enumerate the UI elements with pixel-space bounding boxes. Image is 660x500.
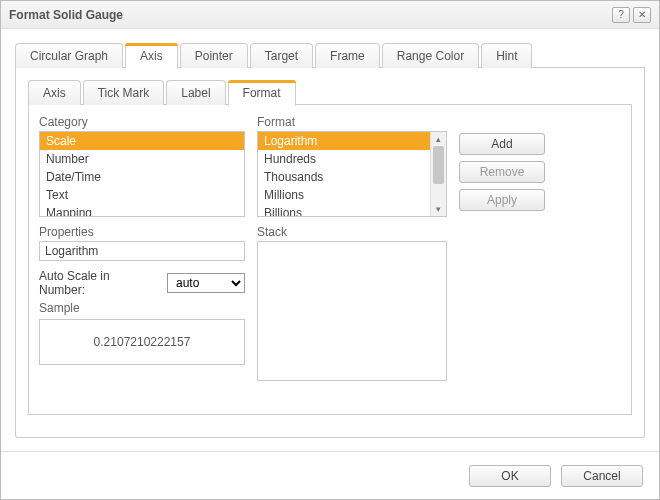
tab-label: Axis [140, 49, 163, 63]
help-icon[interactable]: ? [612, 7, 630, 23]
list-item[interactable]: Millions [258, 186, 430, 204]
tab-label: Frame [330, 49, 365, 63]
list-item[interactable]: Billions [258, 204, 430, 216]
properties-label: Properties [39, 225, 245, 239]
tab-target[interactable]: Target [250, 43, 313, 68]
stack-label: Stack [257, 225, 447, 239]
tab-label: Circular Graph [30, 49, 108, 63]
scroll-thumb[interactable] [433, 146, 444, 184]
auto-scale-select[interactable]: auto [167, 273, 245, 293]
tab-frame[interactable]: Frame [315, 43, 380, 68]
tab-pointer[interactable]: Pointer [180, 43, 248, 68]
dialog-body: Circular Graph Axis Pointer Target Frame… [1, 29, 659, 451]
tab-label: Axis [43, 86, 66, 100]
list-item[interactable]: Thousands [258, 168, 430, 186]
tab-axis[interactable]: Axis [125, 43, 178, 69]
properties-input[interactable] [39, 241, 245, 261]
tab-hint[interactable]: Hint [481, 43, 532, 68]
sample-label: Sample [39, 301, 245, 315]
list-item[interactable]: Number [40, 150, 244, 168]
list-item[interactable]: Hundreds [258, 150, 430, 168]
stack-listbox[interactable] [257, 241, 447, 381]
scroll-up-icon[interactable]: ▴ [431, 132, 446, 146]
tab-label: Hint [496, 49, 517, 63]
format-listbox[interactable]: Logarithm Hundreds Thousands Millions Bi… [257, 131, 447, 217]
list-item[interactable]: Scale [40, 132, 244, 150]
scroll-down-icon[interactable]: ▾ [431, 202, 446, 216]
category-label: Category [39, 115, 245, 129]
tab-label: Target [265, 49, 298, 63]
auto-scale-label: Auto Scale in Number: [39, 269, 159, 297]
tab-circular-graph[interactable]: Circular Graph [15, 43, 123, 68]
sub-tabs: Axis Tick Mark Label Format [28, 80, 632, 105]
subtab-format[interactable]: Format [228, 80, 296, 106]
list-item[interactable]: Text [40, 186, 244, 204]
close-icon[interactable]: ✕ [633, 7, 651, 23]
tab-label: Tick Mark [98, 86, 150, 100]
tab-range-color[interactable]: Range Color [382, 43, 479, 68]
format-solid-gauge-dialog: Format Solid Gauge ? ✕ Circular Graph Ax… [0, 0, 660, 500]
tab-label: Label [181, 86, 210, 100]
titlebar: Format Solid Gauge ? ✕ [1, 1, 659, 29]
apply-button[interactable]: Apply [459, 189, 545, 211]
list-item[interactable]: Mapping [40, 204, 244, 217]
sample-value: 0.2107210222157 [94, 335, 191, 349]
tab-label: Range Color [397, 49, 464, 63]
cancel-button[interactable]: Cancel [561, 465, 643, 487]
main-tabs: Circular Graph Axis Pointer Target Frame… [15, 43, 645, 68]
category-listbox[interactable]: Scale Number Date/Time Text Mapping [39, 131, 245, 217]
dialog-footer: OK Cancel [1, 451, 659, 499]
tab-label: Format [243, 86, 281, 100]
tab-label: Pointer [195, 49, 233, 63]
main-panel: Axis Tick Mark Label Format Category Sca… [15, 68, 645, 438]
dialog-title: Format Solid Gauge [9, 8, 609, 22]
scrollbar[interactable]: ▴ ▾ [430, 132, 446, 216]
format-panel: Category Scale Number Date/Time Text Map… [28, 105, 632, 415]
list-item[interactable]: Date/Time [40, 168, 244, 186]
subtab-tick-mark[interactable]: Tick Mark [83, 80, 165, 105]
add-button[interactable]: Add [459, 133, 545, 155]
sample-box: 0.2107210222157 [39, 319, 245, 365]
subtab-axis[interactable]: Axis [28, 80, 81, 105]
ok-button[interactable]: OK [469, 465, 551, 487]
format-label: Format [257, 115, 447, 129]
list-item[interactable]: Logarithm [258, 132, 430, 150]
subtab-label[interactable]: Label [166, 80, 225, 105]
remove-button[interactable]: Remove [459, 161, 545, 183]
side-buttons: Add Remove Apply [459, 115, 545, 381]
